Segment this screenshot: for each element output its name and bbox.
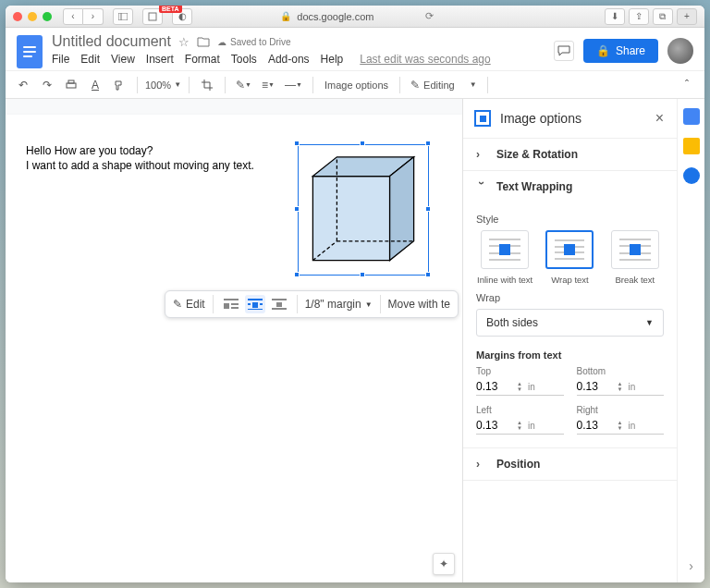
border-dash-button[interactable]: —▼ xyxy=(282,75,305,95)
close-panel-button[interactable]: × xyxy=(654,108,666,129)
address-bar[interactable]: 🔒 docs.google.com ⟳ xyxy=(280,10,434,22)
document-canvas[interactable]: Hello How are you today? I want to add a… xyxy=(6,99,462,582)
svg-rect-11 xyxy=(224,299,239,300)
menu-addons[interactable]: Add-ons xyxy=(268,53,310,66)
section-size-rotation[interactable]: › Size & Rotation xyxy=(463,139,677,171)
titlebar: ‹ › BETA ◐ 🔒 docs.google.com ⟳ ⬇ ⇪ ⧉ + xyxy=(6,6,704,28)
margin-right-label: Right xyxy=(577,405,665,415)
last-edit-link[interactable]: Last edit was seconds ago xyxy=(360,53,490,66)
move-icon[interactable] xyxy=(197,36,210,47)
margin-bottom-input[interactable]: ▲▼ in xyxy=(577,378,665,396)
move-with-text-button[interactable]: Move with te xyxy=(388,298,450,311)
resize-handle-n[interactable] xyxy=(360,141,365,146)
style-label: Style xyxy=(476,214,664,225)
border-weight-button[interactable]: ≡▼ xyxy=(258,75,278,95)
margin-right-value[interactable] xyxy=(577,419,614,432)
margin-top-stepper[interactable]: ▲▼ xyxy=(517,381,522,392)
maximize-window-icon[interactable] xyxy=(43,12,52,21)
calendar-app-icon[interactable] xyxy=(683,108,700,125)
panel-title: Image options xyxy=(500,111,644,126)
resize-handle-s[interactable] xyxy=(360,272,365,277)
resize-handle-se[interactable] xyxy=(425,272,431,277)
forward-button[interactable]: › xyxy=(83,8,104,25)
margin-left-input[interactable]: ▲▼ in xyxy=(476,417,564,435)
collapse-strip-button[interactable]: › xyxy=(689,558,693,573)
zoom-selector[interactable]: 100% ▼ xyxy=(145,80,181,91)
share-button[interactable]: 🔒 Share xyxy=(583,39,658,63)
cube-shape-icon xyxy=(303,150,423,270)
margin-selector[interactable]: 1/8" margin ▼ xyxy=(305,298,373,311)
section-position[interactable]: › Position xyxy=(463,448,677,481)
tasks-app-icon[interactable] xyxy=(683,167,700,184)
tabs-button[interactable]: ⧉ xyxy=(653,8,673,25)
text-wrapping-header[interactable]: › Text Wrapping xyxy=(463,171,677,202)
minimize-window-icon[interactable] xyxy=(28,12,37,21)
margin-left-stepper[interactable]: ▲▼ xyxy=(517,420,522,431)
spellcheck-button[interactable]: A xyxy=(85,75,105,95)
explore-button[interactable]: ✦ xyxy=(433,553,455,575)
editing-mode-button[interactable]: ✎ Editing ▼ xyxy=(408,75,480,95)
beta-badge: BETA xyxy=(159,6,182,13)
wrap-text-button[interactable] xyxy=(245,295,265,313)
resize-handle-nw[interactable] xyxy=(294,141,300,146)
resize-handle-ne[interactable] xyxy=(425,141,431,146)
selected-image[interactable] xyxy=(298,144,429,276)
star-icon[interactable]: ☆ xyxy=(178,35,190,49)
resize-handle-w[interactable] xyxy=(294,206,300,212)
account-avatar[interactable] xyxy=(667,38,693,64)
close-window-icon[interactable] xyxy=(13,12,22,21)
menu-insert[interactable]: Insert xyxy=(146,53,174,66)
reload-icon[interactable]: ⟳ xyxy=(425,10,434,22)
edit-button[interactable]: ✎ Edit xyxy=(173,298,205,311)
crop-button[interactable] xyxy=(197,75,217,95)
keep-app-icon[interactable] xyxy=(683,138,700,154)
body-text[interactable]: Hello How are you today? I want to add a… xyxy=(26,144,254,173)
menu-format[interactable]: Format xyxy=(185,53,220,66)
collapse-toolbar-button[interactable]: ˆ xyxy=(677,75,697,95)
image-context-toolbar: ✎ Edit 1/8" margin ▼ Move w xyxy=(165,290,459,318)
new-tab-button[interactable]: + xyxy=(677,8,697,25)
resize-handle-sw[interactable] xyxy=(294,272,300,277)
downloads-button[interactable]: ⬇ xyxy=(605,8,625,25)
lock-icon: 🔒 xyxy=(596,44,610,57)
undo-button[interactable]: ↶ xyxy=(13,75,33,95)
image-options-button[interactable]: Image options xyxy=(321,80,392,91)
style-wrap-option[interactable] xyxy=(545,230,594,269)
menu-help[interactable]: Help xyxy=(321,53,344,66)
paint-format-button[interactable] xyxy=(109,75,129,95)
zoom-value: 100% xyxy=(145,80,171,91)
comments-button[interactable] xyxy=(554,41,574,61)
print-button[interactable] xyxy=(61,75,81,95)
saved-text: Saved to Drive xyxy=(230,37,291,47)
menu-tools[interactable]: Tools xyxy=(231,53,257,66)
svg-marker-5 xyxy=(312,177,389,261)
margin-left-value[interactable] xyxy=(476,419,513,432)
style-break-option[interactable] xyxy=(611,230,659,269)
svg-rect-0 xyxy=(118,13,128,20)
break-text-button[interactable] xyxy=(269,295,289,313)
margin-top-value[interactable] xyxy=(476,380,513,393)
margin-bottom-stepper[interactable]: ▲▼ xyxy=(618,381,623,392)
redo-button[interactable]: ↷ xyxy=(37,75,57,95)
sidebar-toggle-button[interactable] xyxy=(113,8,133,25)
menu-file[interactable]: File xyxy=(52,53,69,66)
style-inline-option[interactable] xyxy=(481,230,529,269)
margin-bottom-value[interactable] xyxy=(577,380,614,393)
border-color-button[interactable]: ✎▼ xyxy=(233,75,254,95)
document-title[interactable]: Untitled document xyxy=(52,33,171,50)
inline-wrap-button[interactable] xyxy=(221,295,241,313)
back-button[interactable]: ‹ xyxy=(63,8,83,25)
menu-edit[interactable]: Edit xyxy=(80,53,100,66)
margin-right-input[interactable]: ▲▼ in xyxy=(577,417,665,435)
share-button[interactable]: ⇪ xyxy=(629,8,649,25)
section-label: Position xyxy=(496,458,540,471)
docs-logo-icon[interactable] xyxy=(17,35,43,68)
chevron-down-icon: ▼ xyxy=(365,300,373,309)
resize-handle-e[interactable] xyxy=(425,206,431,212)
pencil-icon: ✎ xyxy=(173,298,182,311)
wrap-value: Both sides xyxy=(486,316,538,329)
wrap-direction-select[interactable]: Both sides ▼ xyxy=(476,309,664,337)
margin-top-input[interactable]: ▲▼ in xyxy=(476,378,564,396)
menu-view[interactable]: View xyxy=(111,53,135,66)
margin-right-stepper[interactable]: ▲▼ xyxy=(618,420,623,431)
